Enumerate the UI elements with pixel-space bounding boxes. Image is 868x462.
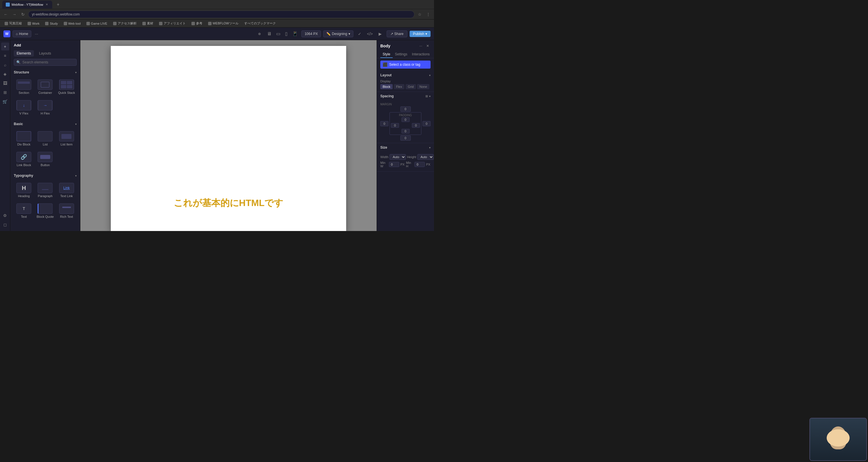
margin-left-input[interactable] bbox=[380, 121, 389, 126]
padding-right-input[interactable] bbox=[412, 123, 420, 128]
address-bar[interactable]: yt-webflow.design.webflow.com bbox=[28, 11, 414, 18]
search-icon[interactable]: ⌕ bbox=[1, 61, 9, 69]
bookmark-study[interactable]: Study bbox=[43, 21, 60, 26]
margin-right-input[interactable] bbox=[423, 121, 431, 126]
element-blockquote[interactable]: Block Quote bbox=[35, 201, 55, 221]
design-mode-btn[interactable]: ✏️ Designing ▾ bbox=[323, 30, 353, 37]
tab-close-btn[interactable]: ✕ bbox=[45, 3, 49, 7]
tab-settings[interactable]: Settings bbox=[393, 51, 410, 58]
structure-section-header[interactable]: Structure ▾ bbox=[10, 68, 80, 76]
bookmark-all[interactable]: すべてのブックマーク bbox=[242, 21, 278, 26]
element-listitem[interactable]: List Item bbox=[57, 129, 76, 148]
display-label: Display bbox=[380, 80, 431, 83]
basic-section-header[interactable]: Basic ▾ bbox=[10, 120, 80, 128]
width-row: Width Auto Height Auto bbox=[380, 154, 431, 160]
element-paragraph[interactable]: Paragraph bbox=[35, 181, 55, 200]
element-heading[interactable]: H Heading bbox=[14, 181, 34, 200]
tab-style[interactable]: Style bbox=[380, 51, 393, 58]
refresh-btn[interactable]: ↻ bbox=[20, 11, 26, 18]
home-btn[interactable]: ⌂ Home bbox=[12, 30, 31, 37]
new-tab-btn[interactable]: + bbox=[55, 1, 61, 8]
share-btn[interactable]: ↗ Share bbox=[386, 30, 407, 37]
share-icon: ↗ bbox=[391, 32, 393, 36]
navigator-btn[interactable]: ⊕ bbox=[255, 30, 264, 38]
bookmark-ref[interactable]: 参考 bbox=[189, 21, 205, 26]
tab-interactions[interactable]: Interactions bbox=[410, 51, 432, 58]
cms-icon[interactable]: ⊞ bbox=[1, 88, 9, 96]
ecommerce-icon[interactable]: 🛒 bbox=[1, 98, 9, 105]
dots-menu-btn[interactable]: ··· bbox=[35, 32, 38, 36]
tablet-btn[interactable]: ▯ bbox=[284, 30, 289, 38]
display-flex-btn[interactable]: Flex bbox=[394, 84, 404, 89]
display-grid-btn[interactable]: Grid bbox=[406, 84, 416, 89]
margin-bottom-input[interactable] bbox=[400, 135, 411, 141]
navigator-icon[interactable]: ≡ bbox=[1, 52, 9, 60]
min-h-input[interactable] bbox=[414, 162, 425, 167]
bookmark-material[interactable]: 素材 bbox=[140, 21, 156, 26]
assets-icon[interactable]: 🖼 bbox=[1, 79, 9, 87]
preview-toggle-btn[interactable]: ▶ bbox=[376, 30, 384, 38]
close-icon[interactable]: ✕ bbox=[425, 43, 431, 49]
bookmark-gamelive[interactable]: Game LIVE bbox=[84, 21, 110, 26]
search-input[interactable] bbox=[22, 60, 74, 64]
mobile-btn[interactable]: 📱 bbox=[291, 30, 299, 38]
publish-btn[interactable]: Publish ▾ bbox=[410, 31, 431, 37]
tab-favicon bbox=[6, 3, 10, 7]
bookmark-webflow-tool[interactable]: WEBFLOWツール bbox=[206, 21, 241, 26]
size-section-header[interactable]: Size ▾ bbox=[377, 143, 434, 152]
bookmark-work[interactable]: Work bbox=[25, 21, 42, 26]
selector-icon: ⬛ bbox=[383, 62, 388, 67]
code-btn[interactable]: </> bbox=[366, 30, 374, 38]
element-textlink[interactable]: Link Text Link bbox=[57, 181, 76, 200]
display-none-btn[interactable]: None bbox=[417, 84, 429, 89]
element-linkblock[interactable]: 🔗 Link Block bbox=[14, 150, 34, 169]
bookmark-webtool[interactable]: Web tool bbox=[61, 21, 83, 26]
padding-label: PADDING bbox=[391, 114, 420, 117]
active-tab[interactable]: Webflow - YT|Webflow ✕ bbox=[2, 1, 52, 9]
webflow-app: W ⌂ Home ··· ⊕ 🖥 ▭ ▯ 📱 1064 PX ✏️ Design… bbox=[0, 28, 434, 231]
add-icon[interactable]: + bbox=[1, 42, 9, 51]
tablet-landscape-btn[interactable]: ▭ bbox=[275, 30, 282, 38]
bookmark-access[interactable]: アクセス解析 bbox=[111, 21, 139, 26]
bookmark-affiliate[interactable]: アフィリエイト bbox=[157, 21, 188, 26]
forward-btn[interactable]: → bbox=[11, 11, 18, 18]
tab-elements[interactable]: Elements bbox=[14, 50, 34, 57]
checkmark-btn[interactable]: ✓ bbox=[355, 30, 364, 38]
height-input[interactable]: Auto bbox=[417, 154, 434, 160]
spacing-section-header[interactable]: Spacing ⊞ ▾ bbox=[377, 92, 434, 100]
tab-layouts[interactable]: Layouts bbox=[36, 50, 54, 57]
extensions-btn[interactable]: ☆ bbox=[416, 11, 423, 18]
padding-bottom-input[interactable] bbox=[402, 129, 410, 133]
margin-top-input[interactable] bbox=[400, 106, 411, 112]
desktop-btn[interactable]: 🖥 bbox=[266, 30, 273, 38]
settings-icon[interactable]: ⚙ bbox=[1, 212, 9, 219]
para-icon bbox=[38, 183, 53, 193]
style-selector[interactable]: ⬛ Select a class or tag bbox=[380, 61, 431, 69]
display-buttons: Block Flex Grid None bbox=[380, 84, 431, 89]
element-hflex[interactable]: → H Flex bbox=[35, 98, 55, 117]
element-richtext[interactable]: Rich Text bbox=[57, 201, 76, 221]
more-icon[interactable]: ··· bbox=[418, 43, 424, 49]
element-divblock[interactable]: Div Block bbox=[14, 129, 34, 148]
display-block-btn[interactable]: Block bbox=[380, 84, 393, 89]
components-icon[interactable]: ◈ bbox=[1, 70, 9, 78]
back-btn[interactable]: ← bbox=[2, 11, 9, 18]
element-text[interactable]: T Text bbox=[14, 201, 34, 221]
element-container[interactable]: Container bbox=[35, 77, 55, 97]
typography-section-header[interactable]: Typography ▾ bbox=[10, 171, 80, 179]
element-button[interactable]: Button bbox=[35, 150, 55, 169]
min-w-unit: PX bbox=[400, 163, 405, 166]
menu-btn[interactable]: ⋮ bbox=[425, 11, 432, 18]
padding-top-input[interactable] bbox=[402, 117, 410, 122]
bookmark-photo[interactable]: 写真圧縮 bbox=[2, 21, 24, 26]
element-section[interactable]: Section bbox=[14, 77, 34, 97]
spacing-adjust-icon[interactable]: ⊞ bbox=[425, 94, 428, 98]
style-guide-icon[interactable]: ◻ bbox=[1, 221, 9, 229]
layout-section-header[interactable]: Layout ▾ bbox=[377, 71, 434, 80]
element-quickstack[interactable]: Quick Stack bbox=[57, 77, 76, 97]
element-vflex[interactable]: ↓ V Flex bbox=[14, 98, 34, 117]
min-w-input[interactable] bbox=[389, 162, 399, 167]
width-input[interactable]: Auto bbox=[390, 154, 406, 160]
padding-left-input[interactable] bbox=[391, 123, 399, 128]
element-list[interactable]: List bbox=[35, 129, 55, 148]
